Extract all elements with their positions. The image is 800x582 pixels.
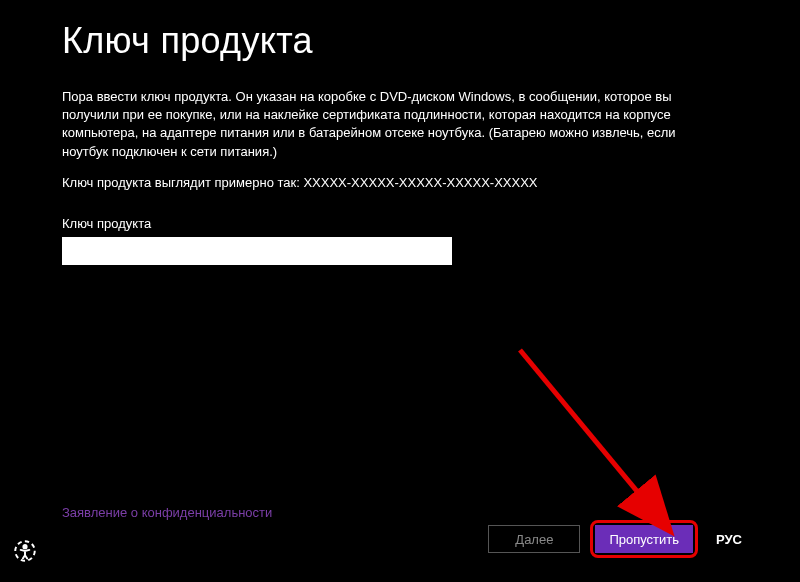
- next-button[interactable]: Далее: [488, 525, 580, 553]
- product-key-example: Ключ продукта выглядит примерно так: XXX…: [62, 175, 740, 190]
- svg-line-3: [520, 350, 665, 525]
- product-key-input[interactable]: [62, 237, 452, 265]
- page-title: Ключ продукта: [62, 20, 740, 62]
- privacy-statement-link[interactable]: Заявление о конфиденциальности: [62, 505, 272, 520]
- skip-button-highlight: Пропустить: [590, 520, 698, 558]
- annotation-arrow: [510, 340, 690, 550]
- skip-button[interactable]: Пропустить: [595, 525, 693, 553]
- description-text: Пора ввести ключ продукта. Он указан на …: [62, 88, 712, 161]
- language-indicator[interactable]: РУС: [716, 532, 742, 547]
- ease-of-access-icon[interactable]: [12, 538, 38, 564]
- svg-point-1: [23, 545, 26, 548]
- product-key-label: Ключ продукта: [62, 216, 740, 231]
